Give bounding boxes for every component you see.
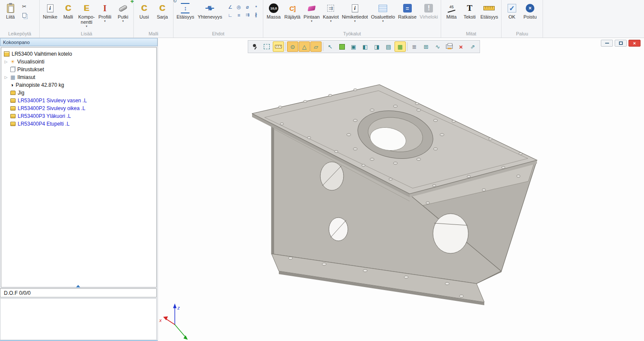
dropdown-caret-icon[interactable]: ▾ xyxy=(122,19,124,22)
curve-button[interactable]: ∿ xyxy=(432,41,443,52)
select-arrow-button[interactable]: ↖ xyxy=(325,41,336,52)
sarja-button[interactable]: C↻ Sarja xyxy=(154,2,171,20)
putki-button[interactable]: Putki ▾ xyxy=(114,2,132,23)
solve-icon: = xyxy=(403,4,412,13)
dropdown-caret-icon[interactable]: ▾ xyxy=(354,19,356,22)
close-button[interactable]: × xyxy=(628,40,641,47)
delete-button[interactable]: × xyxy=(455,41,467,52)
export-button[interactable]: ⇗ xyxy=(467,41,478,52)
ok-check-icon: ✓ xyxy=(508,4,516,13)
sheet-select-icon: ▤ xyxy=(386,44,391,50)
tangent-constraint-button[interactable]: ∦ xyxy=(252,11,260,19)
group-label-insert: Lisää xyxy=(40,31,133,36)
uusi-button[interactable]: C+ Uusi xyxy=(136,2,153,20)
part-icon xyxy=(10,98,16,103)
perpendicular-constraint-button[interactable]: ∟ xyxy=(226,11,234,19)
profiili-button[interactable]: I Profiili ▾ xyxy=(96,2,114,23)
panel-resize-handle[interactable] xyxy=(76,285,80,287)
snap-face-icon: ▱ xyxy=(314,44,318,50)
dropdown-caret-icon[interactable]: ▾ xyxy=(382,19,384,22)
equal-constraint-button[interactable]: ⇉ xyxy=(243,11,252,19)
dropdown-caret-icon[interactable]: ▾ xyxy=(86,25,88,28)
half-left-select-button[interactable]: ◧ xyxy=(360,41,371,52)
model-canvas[interactable]: z x xyxy=(158,38,644,341)
diameter-constraint-button[interactable]: ⌀ xyxy=(243,3,252,11)
mitta-button[interactable]: 45 Mitta xyxy=(443,2,460,20)
sheet-select-button[interactable]: ▤ xyxy=(383,41,394,52)
fence-select-icon xyxy=(264,44,270,49)
tree-item-part-3[interactable]: LR53400P3 Yläkuori .L xyxy=(1,112,156,120)
parallel-constraint-button[interactable]: ≡ xyxy=(235,11,243,19)
group-label-constraints: Ehdot xyxy=(174,31,263,36)
tree-item-root[interactable]: LR53400 Vaihtimen kotelo xyxy=(1,50,156,58)
concentric-constraint-button[interactable]: ◎ xyxy=(235,3,243,11)
drawings-icon xyxy=(10,67,15,72)
print-button[interactable] xyxy=(444,41,455,52)
kaaviot-button[interactable]: ⇉ Kaaviot ▾ xyxy=(322,2,340,23)
snap-point-button[interactable]: ⊙ xyxy=(287,41,298,52)
nimike-button[interactable]: i Nimike xyxy=(41,2,59,20)
symmetry-constraint-button[interactable]: * xyxy=(252,3,260,11)
tree-item-part-1[interactable]: LR53400P1 Sivulevy vasen .L xyxy=(1,97,156,104)
dropdown-caret-icon[interactable]: ▾ xyxy=(330,19,332,22)
ratkaise-button[interactable]: = Ratkaise xyxy=(397,2,418,20)
diameter-icon: ⌀ xyxy=(246,4,249,10)
fence-select-button[interactable] xyxy=(261,41,272,52)
assembly-panel: Kokoonpano LR53400 Vaihtimen kotelo ▷ ☀ … xyxy=(0,38,158,341)
grid-select-button[interactable]: ▦ xyxy=(395,41,406,52)
expander-icon[interactable]: ▷ xyxy=(4,60,8,64)
dropdown-caret-icon[interactable]: ▾ xyxy=(311,19,313,22)
minimize-button[interactable] xyxy=(601,40,613,47)
half-right-select-button[interactable]: ◨ xyxy=(371,41,382,52)
osaluettelo-button[interactable]: Osaluettelo ▾ xyxy=(370,2,396,23)
snap-face-button[interactable]: ▱ xyxy=(310,41,322,52)
quick-measure-button[interactable] xyxy=(273,41,284,52)
grid-select-icon: ▦ xyxy=(398,44,403,50)
komponentti-button[interactable]: E Kompo- nentti ▾ xyxy=(78,2,95,28)
etaisyys-constraint-button[interactable]: ↕ Etäisyys xyxy=(175,2,196,20)
snap-edge-button[interactable]: △ xyxy=(299,41,310,52)
new-model-icon: C xyxy=(141,3,147,13)
text-icon: T xyxy=(467,3,473,13)
cut-button[interactable]: ✂ xyxy=(20,3,28,10)
face-select-button[interactable]: ▣ xyxy=(348,41,359,52)
tree-item-part-4[interactable]: LR53400P4 Etupelti .L xyxy=(1,120,156,128)
item-card-icon: i xyxy=(47,4,54,13)
angle-constraint-button[interactable]: ∠ xyxy=(226,3,234,11)
etaisyys-measure-button[interactable]: Etäisyys xyxy=(479,2,499,20)
tree-item-piirustukset[interactable]: Piirustukset xyxy=(1,66,156,73)
nimiketiedot-button[interactable]: i Nimiketiedot ▾ xyxy=(341,2,369,23)
tree-item-visualisointi[interactable]: ▷ ☀ Visualisointi xyxy=(1,58,156,66)
equal-icon: ⇉ xyxy=(246,12,249,18)
part-icon xyxy=(10,114,16,118)
ok-button[interactable]: ✓ OK xyxy=(503,2,521,20)
tree-item-jig[interactable]: Jig xyxy=(1,89,156,97)
group-label-tools: Työkalut xyxy=(263,31,441,36)
copy-icon xyxy=(22,13,26,18)
teksti-button[interactable]: T Teksti xyxy=(461,2,478,20)
pipe-icon xyxy=(118,4,128,12)
expander-icon[interactable]: ▷ xyxy=(4,75,8,79)
poistu-button[interactable]: × Poistu xyxy=(521,2,539,20)
rajayta-button[interactable]: C] Räjäytä xyxy=(283,2,302,20)
restore-button[interactable] xyxy=(615,40,627,47)
tree-item-painopiste[interactable]: ◑ Painopiste 42.870 kg xyxy=(1,81,156,89)
dropdown-caret-icon[interactable]: ▾ xyxy=(104,19,106,22)
pintaan-button[interactable]: Pintaan ▾ xyxy=(303,2,321,23)
pin-button[interactable] xyxy=(249,41,261,52)
solid-select-button[interactable] xyxy=(336,41,347,52)
exit-icon: × xyxy=(526,4,534,13)
yhtenevyys-button[interactable]: ⇅ Yhtenevyys xyxy=(196,2,224,20)
paste-button[interactable]: Liitä xyxy=(2,2,19,20)
model-viewport[interactable]: z x ⊙ △ ▱ ↖ ▣ xyxy=(158,38,644,341)
solid-cube-icon xyxy=(339,44,345,50)
massa-button[interactable]: 10,0 Massa xyxy=(265,2,282,20)
copy-button[interactable] xyxy=(20,11,28,19)
malli-button[interactable]: C Malli xyxy=(60,2,77,20)
virheloki-button: ! Virheloki xyxy=(419,2,439,20)
copy-view-button[interactable]: ⊞ xyxy=(420,41,432,52)
list-button[interactable]: ≣ xyxy=(409,41,420,52)
minimize-icon xyxy=(605,43,609,44)
tree-item-ilmiasut[interactable]: ▷ ▦ Ilmiasut xyxy=(1,73,156,81)
tree-item-part-2[interactable]: LR53400P2 Sivulevy oikea .L xyxy=(1,104,156,112)
